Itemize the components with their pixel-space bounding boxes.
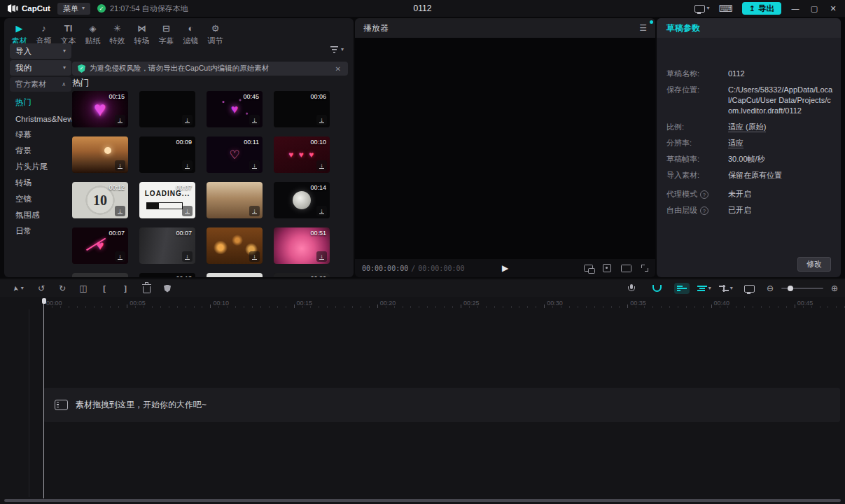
field-value[interactable]: C:/Users/58332/AppData/Local/CapCut/User… — [728, 85, 834, 116]
delete-button[interactable] — [137, 281, 155, 296]
download-icon[interactable] — [249, 251, 260, 262]
field-value[interactable]: 未开启 — [728, 190, 751, 198]
sidebar-category-item[interactable]: 背景 — [10, 143, 71, 159]
mine-dropdown[interactable]: 我的 ▾ — [10, 60, 71, 76]
duration-label: 00:51 — [310, 230, 326, 237]
download-icon[interactable] — [182, 206, 193, 216]
trim-right-icon[interactable]: ] — [116, 281, 134, 296]
official-material-header[interactable]: 官方素材 ∧ — [10, 77, 71, 92]
field-value[interactable]: 适应 — [728, 139, 743, 148]
download-icon[interactable] — [115, 251, 125, 262]
aspect-ratio-icon[interactable] — [621, 265, 631, 272]
media-thumbnail[interactable] — [207, 227, 263, 264]
minimize-button[interactable]: — — [790, 4, 800, 13]
media-thumbnail[interactable]: 00:09 — [139, 136, 195, 173]
horizontal-scrollbar[interactable] — [4, 499, 841, 502]
media-thumbnail[interactable]: 00:13 — [139, 273, 195, 277]
download-icon[interactable] — [316, 206, 327, 216]
download-icon[interactable] — [316, 115, 327, 125]
timeline-tracks[interactable]: 素材拖拽到这里，开始你的大作吧~ — [0, 309, 845, 504]
info-icon[interactable] — [700, 190, 708, 199]
export-button[interactable]: ↥ 导出 — [742, 2, 781, 15]
field-value[interactable]: 保留在原有位置 — [728, 171, 782, 179]
media-thumbnail[interactable] — [72, 136, 128, 173]
field-label: 比例: — [666, 122, 684, 132]
download-icon[interactable] — [115, 115, 125, 125]
zoom-out-icon[interactable]: ⊖ — [767, 284, 774, 293]
timeline-zoom-slider[interactable] — [781, 288, 823, 289]
sidebar-category-item[interactable]: 转场 — [10, 175, 71, 191]
download-icon[interactable] — [115, 160, 125, 171]
download-icon[interactable] — [115, 206, 125, 216]
trim-left-icon[interactable]: [ — [95, 281, 113, 296]
preview-axis-toggle[interactable]: ▾ — [719, 285, 733, 292]
download-icon[interactable] — [249, 115, 260, 125]
media-thumbnail[interactable] — [139, 91, 195, 127]
media-thumbnail[interactable]: 00:06 — [274, 91, 330, 127]
download-icon[interactable] — [249, 160, 260, 171]
field-value[interactable]: 0112 — [728, 69, 745, 78]
mask-button[interactable] — [158, 281, 176, 296]
shortcut-keyboard-icon[interactable]: ⌨ — [719, 4, 733, 13]
media-thumbnail[interactable]: 00:51 — [274, 227, 330, 264]
media-thumbnail[interactable]: 00:07 — [72, 227, 128, 264]
info-icon[interactable] — [700, 206, 708, 215]
sidebar-category-item[interactable]: 空镜 — [10, 191, 71, 207]
zoom-in-icon[interactable]: ⊕ — [831, 284, 838, 293]
download-icon[interactable] — [316, 251, 327, 262]
screen-display-button[interactable] — [741, 281, 759, 296]
menu-button[interactable]: 菜单 ▾ — [57, 3, 90, 15]
media-thumbnail[interactable] — [207, 273, 263, 277]
preview-quality-icon[interactable] — [584, 265, 593, 272]
media-thumbnail[interactable] — [207, 182, 263, 218]
media-thumbnail[interactable]: 00:07 — [139, 227, 195, 264]
media-thumbnail[interactable]: 00:15 — [72, 91, 128, 127]
timeline-ruler[interactable]: 00:00 00:05 00:10 00:15 00:20 00:25 00:3… — [0, 298, 845, 308]
record-voice-button[interactable] — [622, 281, 641, 296]
close-icon[interactable]: ✕ — [334, 65, 342, 73]
media-thumbnail[interactable]: 00:45 — [207, 91, 263, 127]
download-icon[interactable] — [182, 115, 193, 125]
maximize-button[interactable]: ▢ — [809, 4, 819, 13]
field-value[interactable]: 已开启 — [728, 206, 751, 214]
modify-button[interactable]: 修改 — [797, 257, 831, 272]
play-button[interactable]: ▶ — [502, 263, 508, 273]
player-viewport[interactable] — [355, 38, 655, 259]
undo-icon[interactable]: ↺ — [32, 281, 50, 296]
sidebar-category-item[interactable]: 氛围感 — [10, 207, 71, 223]
focus-icon[interactable] — [603, 264, 611, 272]
download-icon[interactable] — [182, 251, 193, 262]
layout-switch-button[interactable]: ▾ — [694, 5, 710, 13]
import-dropdown[interactable]: 导入 ▾ — [10, 43, 71, 59]
player-menu-icon[interactable]: ☰ — [639, 23, 647, 33]
sidebar-category-item[interactable]: 热门 — [10, 94, 71, 111]
download-icon[interactable] — [182, 160, 193, 171]
select-tool-button[interactable]: ➤ ▾ — [7, 281, 29, 296]
media-thumbnail[interactable]: LOADING... 00:07 — [139, 182, 195, 218]
fullscreen-icon[interactable] — [641, 265, 648, 272]
main-track-magnet-toggle[interactable] — [648, 281, 666, 296]
media-thumbnail[interactable]: 00:14 — [274, 182, 330, 218]
redo-icon[interactable]: ↻ — [53, 281, 71, 296]
sidebar-category-item[interactable]: 日常 — [10, 223, 71, 239]
filter-button[interactable]: ▾ — [330, 46, 344, 53]
download-icon[interactable] — [249, 206, 260, 216]
sidebar-category-item[interactable]: Christmas&New ... — [10, 111, 71, 127]
sidebar-category-item[interactable]: 绿幕 — [10, 127, 71, 143]
playhead[interactable] — [43, 298, 44, 498]
split-icon[interactable]: ◫ — [74, 281, 92, 296]
media-thumbnail[interactable]: 00:10 — [274, 136, 330, 173]
auto-snap-toggle[interactable] — [674, 283, 690, 294]
field-value[interactable]: 适应 (原始) — [728, 122, 766, 132]
ruler-timestamp: 00:20 — [377, 298, 461, 308]
media-thumbnail[interactable]: 10 00:12 — [72, 182, 128, 218]
field-value[interactable]: 30.00帧/秒 — [728, 155, 765, 163]
drop-target-hint[interactable]: 素材拖拽到这里，开始你的大作吧~ — [43, 388, 840, 422]
linkage-toggle[interactable]: ▾ — [697, 285, 711, 292]
sidebar-category-item[interactable]: 片头片尾 — [10, 159, 71, 175]
close-button[interactable]: ✕ — [828, 4, 838, 13]
media-thumbnail[interactable]: 00:11 — [207, 136, 263, 173]
download-icon[interactable] — [316, 160, 327, 171]
media-thumbnail[interactable] — [72, 273, 128, 277]
media-thumbnail[interactable]: 00:20 — [274, 273, 330, 277]
